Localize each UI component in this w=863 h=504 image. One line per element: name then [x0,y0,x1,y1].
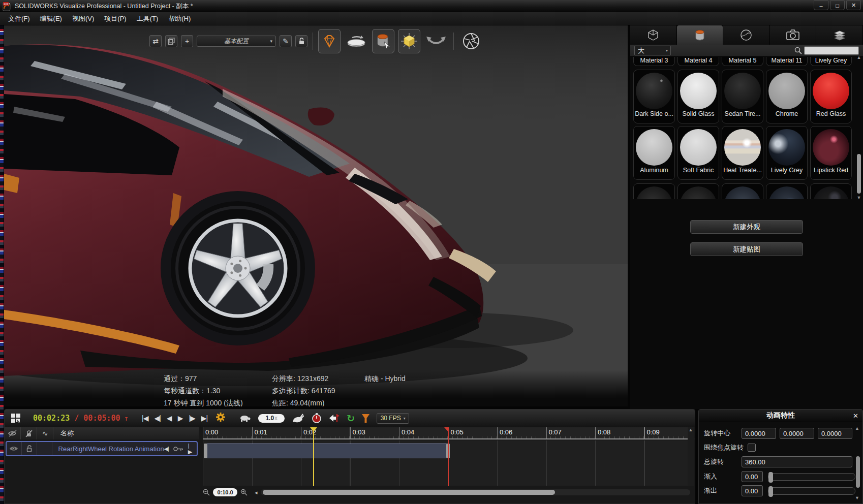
thumbnail-size-dropdown[interactable]: 大 ▾ [634,46,671,55]
end-marker[interactable] [448,427,449,486]
rotation-center-field[interactable] [742,428,776,439]
curve-column-header[interactable]: ∿ [37,427,53,439]
edit-button[interactable]: ✎ [280,35,292,47]
key-icon[interactable] [173,447,183,451]
scroll-down-icon[interactable]: ▼ [855,495,859,500]
menu-item[interactable]: 编辑(E) [40,14,62,23]
menu-item[interactable]: 视图(V) [72,14,94,23]
timeline-horizontal-scrollbar[interactable] [261,489,690,495]
scroll-down-icon[interactable]: ▼ [856,195,862,200]
material-item[interactable]: Dark Side o... [633,70,675,123]
tab-layers[interactable] [816,25,863,45]
maximize-button[interactable]: □ [830,1,845,10]
ease-out-field[interactable] [742,485,763,496]
material-item[interactable] [722,183,763,199]
configuration-dropdown[interactable]: 基本配置 ▾ [197,36,276,47]
step-forward-button[interactable]: |▶ [189,414,195,422]
scroll-left-icon[interactable]: ◂ [255,489,258,496]
orbit-focal-checkbox[interactable] [748,444,756,452]
scroll-up-icon[interactable]: ▲ [688,427,694,432]
scrollbar-thumb[interactable] [263,490,555,495]
tab-appearances[interactable] [677,25,724,45]
step-back-button[interactable]: ◀| [154,414,160,422]
track-name[interactable]: RearRightWheel Rotation Animation [58,445,164,453]
duplicate-button[interactable] [165,35,177,47]
material-item[interactable]: Sedan Tire... [722,70,763,123]
timeline-range-input[interactable]: 0:10.0 [213,488,237,496]
new-decal-button[interactable]: 新建贴图 [690,242,803,256]
prev-keyframe-button[interactable]: ◀| [164,446,169,452]
scroll-up-icon[interactable]: ▲ [855,426,859,431]
zoom-in-icon[interactable] [240,489,248,496]
track-visibility-toggle[interactable] [7,442,22,455]
turntable-button[interactable] [344,29,368,53]
go-to-end-button[interactable]: ▶| [201,414,207,422]
animation-track-row[interactable]: RearRightWheel Rotation Animation ◀| |▶ [6,441,198,456]
close-button[interactable]: ✕ [846,1,861,10]
go-to-start-button[interactable]: |◀ [142,414,148,422]
track-lock-toggle[interactable] [22,442,37,455]
ease-in-slider[interactable] [768,473,855,481]
material-item[interactable] [810,183,852,199]
next-keyframe-button[interactable]: |▶ [188,443,193,455]
material-item[interactable]: Aluminum [633,126,675,180]
ease-in-field[interactable] [742,471,763,482]
material-item[interactable]: Chrome [766,70,808,123]
flip-button[interactable] [424,29,448,53]
animation-properties-header[interactable]: 动画特性 ✕ [699,410,862,422]
tab-models[interactable] [630,25,677,45]
menu-item[interactable]: 项目(P) [104,14,126,23]
material-item[interactable]: Lively Grey [766,126,808,180]
render-mode-button[interactable] [318,29,341,53]
playhead[interactable] [313,427,314,486]
turtle-icon[interactable] [239,415,251,422]
material-name[interactable]: Material 3 [633,57,675,66]
lock-column-header[interactable] [21,427,37,439]
playback-settings-button[interactable] [215,412,226,424]
stopwatch-icon[interactable] [312,413,321,423]
loop-icon[interactable]: ↻ [347,413,355,424]
timeline-vertical-scrollbar[interactable]: ▲ [688,427,694,486]
scroll-up-icon[interactable]: ▲ [856,55,862,60]
minimize-button[interactable]: – [814,1,828,10]
material-name[interactable]: Material 4 [677,57,719,66]
material-name[interactable]: Material 11 [766,57,808,66]
menu-item[interactable]: 工具(T) [137,14,159,23]
camera-aperture-button[interactable] [459,29,483,53]
rabbit-icon[interactable] [292,414,304,423]
close-icon[interactable]: ✕ [853,412,858,420]
track-curve-cell[interactable] [37,442,52,455]
render-viewport[interactable]: ⇄ + 基本配置 ▾ ✎ [4,25,628,406]
play-reverse-button[interactable]: ◀ [167,414,172,422]
scrollbar-thumb[interactable] [857,154,861,194]
slider-handle[interactable] [768,486,773,497]
material-item[interactable] [766,183,808,199]
ease-out-slider[interactable] [768,487,855,495]
animation-clip[interactable] [204,444,450,458]
layout-grid-icon[interactable] [10,412,22,424]
material-name[interactable]: Lively Grey [810,57,852,66]
tab-environments[interactable] [723,25,770,45]
slider-handle[interactable] [768,472,773,483]
tab-cameras[interactable] [770,25,817,45]
rotation-center-field[interactable] [780,428,814,439]
play-button[interactable]: ▶ [178,414,183,422]
material-item[interactable]: Lipstick Red [810,126,852,180]
material-item[interactable]: Soft Fabric [677,126,719,180]
object-mode-button[interactable] [398,29,420,53]
material-item[interactable]: Solid Glass [677,70,719,123]
flag-arrow-icon[interactable] [329,414,340,423]
new-appearance-button[interactable]: 新建外观 [690,220,803,234]
menu-item[interactable]: 文件(F) [8,14,30,23]
fps-dropdown[interactable]: 30 FPS ▾ [377,413,409,424]
scrollbar-thumb[interactable] [856,456,860,488]
title-bar[interactable]: 2017 SOLIDWORKS Visualize Professional -… [0,0,863,12]
filter-funnel-icon[interactable] [362,414,369,423]
material-item[interactable] [633,183,675,199]
add-button[interactable]: + [181,35,193,47]
material-item[interactable] [677,183,719,199]
material-item[interactable]: Red Glass [810,70,852,123]
rotation-center-field[interactable] [818,428,852,439]
library-scrollbar[interactable]: ▲ ▼ [856,55,862,200]
swap-arrows-button[interactable]: ⇄ [149,35,162,47]
